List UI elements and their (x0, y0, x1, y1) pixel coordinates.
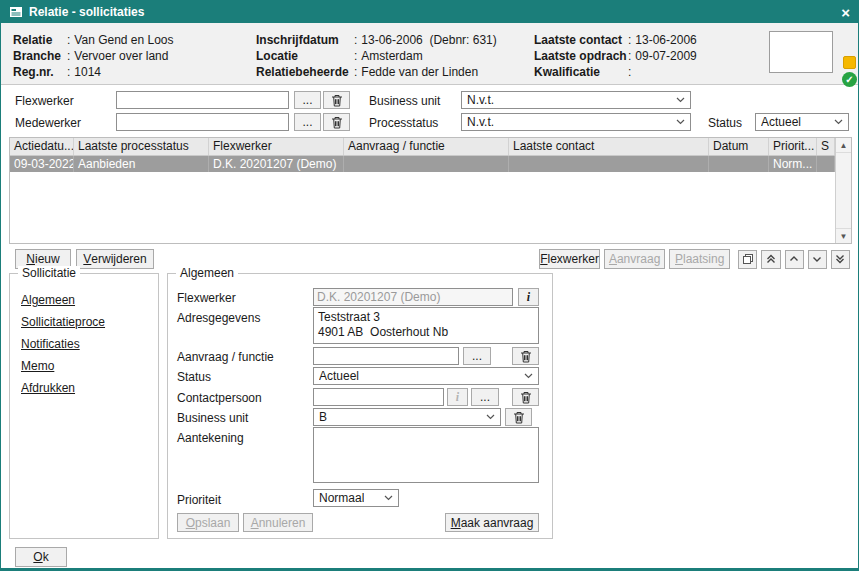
flexwerker-button[interactable]: Flexwerker (539, 249, 600, 269)
column-header[interactable]: Priorit... (769, 138, 817, 155)
field-value: Amsterdam (361, 48, 422, 64)
form-aanvraag-label: Aanvraag / functie (177, 350, 274, 365)
flexwerker-filter-input[interactable] (116, 91, 289, 109)
flexwerker-clear-button[interactable] (323, 91, 350, 109)
grid-header-row: Actiedatu... Laatste processtatus Flexwe… (10, 138, 835, 156)
contactpersoon-clear-button[interactable] (512, 388, 539, 406)
cell-processtatus: Aanbieden (74, 156, 209, 172)
nav-link-sollicitatieproces[interactable]: Sollicitatieproce (21, 315, 151, 329)
chevron-down-icon (676, 97, 685, 103)
adres-line2: 4901 AB Oosterhout Nb (318, 325, 534, 340)
nav-link-afdrukken[interactable]: Afdrukken (21, 381, 151, 395)
chevron-down-icon (676, 119, 685, 125)
scroll-first-button[interactable] (761, 250, 780, 269)
verwijderen-button[interactable]: Verwijderen (76, 249, 154, 269)
medewerker-filter-input[interactable] (116, 113, 289, 131)
close-icon[interactable]: × (841, 5, 850, 20)
form-status-select[interactable]: Actueel (313, 367, 539, 385)
aanvraag-button[interactable]: Aanvraag (604, 249, 665, 269)
field-value: 09-07-2009 (635, 48, 696, 64)
trash-icon (520, 350, 532, 363)
prioriteit-select[interactable]: Normaal (313, 489, 399, 507)
field-value: 1014 (74, 64, 101, 80)
business-unit-clear-button[interactable] (505, 408, 532, 426)
plaatsing-button[interactable]: Plaatsing (669, 249, 730, 269)
chevron-down-icon (834, 119, 843, 125)
relatie-sollicitaties-window: Relatie - sollicitaties × Relatie:Van Ge… (0, 0, 859, 571)
scroll-up-icon[interactable]: ▲ (836, 138, 851, 153)
aanvraag-browse-button[interactable]: ... (463, 347, 491, 365)
aantekening-textarea[interactable] (313, 427, 539, 483)
flexwerker-info-button[interactable]: i (518, 288, 539, 306)
grid-scrollbar[interactable]: ▲ ▼ (835, 138, 851, 243)
relation-info-col2: Inschrijfdatum:13-06-2006 (Debnr: 631) L… (256, 32, 497, 80)
field-label: Branche (13, 48, 65, 64)
nav-link-algemeen[interactable]: Algemeen (21, 293, 151, 307)
table-row[interactable]: 09-03-2022 Aanbieden D.K. 20201207 (Demo… (10, 156, 835, 172)
field-value: Vervoer over land (74, 48, 168, 64)
trash-icon (513, 411, 525, 424)
nav-link-notificaties[interactable]: Notificaties (21, 337, 151, 351)
groupbox-title: Algemeen (176, 266, 238, 280)
cell-datum (709, 156, 769, 172)
adres-line1: Teststraat 3 (318, 310, 534, 325)
nav-link-memo[interactable]: Memo (21, 359, 151, 373)
form-aanvraag-input[interactable] (313, 347, 459, 365)
field-label: Laatste opdrach (534, 48, 626, 64)
column-header[interactable]: Actiedatu... (10, 138, 74, 155)
scroll-next-button[interactable] (808, 250, 827, 269)
field-label: Kwalificatie (534, 64, 626, 80)
field-label: Relatie (13, 32, 65, 48)
relation-info-col3: Laatste contact:13-06-2006 Laatste opdra… (534, 32, 697, 80)
scroll-down-icon[interactable]: ▼ (836, 228, 851, 243)
chevron-down-icon (384, 495, 393, 501)
business-unit-filter-select[interactable]: N.v.t. (461, 91, 691, 109)
processtatus-filter-select[interactable]: N.v.t. (461, 113, 691, 131)
scroll-last-button[interactable] (831, 250, 850, 269)
sollicitaties-grid: Actiedatu... Laatste processtatus Flexwe… (9, 137, 852, 244)
form-flexwerker-label: Flexwerker (177, 291, 236, 306)
titlebar: Relatie - sollicitaties × (1, 1, 858, 23)
field-value: Van Gend en Loos (74, 32, 173, 48)
opslaan-button[interactable]: Opslaan (177, 513, 239, 532)
form-flexwerker-input (313, 288, 513, 306)
medewerker-filter-label: Medewerker (15, 116, 81, 131)
new-window-icon (742, 253, 754, 265)
column-header[interactable]: Laatste contact (509, 138, 709, 155)
processtatus-filter-label: Processtatus (369, 116, 438, 131)
contactpersoon-browse-button[interactable]: ... (471, 388, 499, 406)
sollicitatie-nav: Algemeen Sollicitatieproce Notificaties … (21, 293, 151, 403)
medewerker-clear-button[interactable] (323, 113, 350, 131)
cell-actiedatum: 09-03-2022 (10, 156, 74, 172)
chevron-down-icon (486, 414, 495, 420)
ok-button[interactable]: Ok (15, 547, 67, 567)
cell-aanvraag (344, 156, 509, 172)
aanvraag-clear-button[interactable] (512, 347, 539, 365)
open-in-new-window-button[interactable] (738, 250, 757, 269)
contactpersoon-info-button[interactable]: i (447, 388, 468, 406)
column-header[interactable]: Datum (709, 138, 769, 155)
scroll-prev-button[interactable] (785, 250, 804, 269)
chevron-up-icon (788, 253, 800, 265)
medewerker-browse-button[interactable]: ... (294, 113, 321, 131)
contactpersoon-input[interactable] (313, 388, 444, 406)
trash-icon (331, 116, 343, 129)
annuleren-button[interactable]: Annuleren (243, 513, 313, 532)
column-header[interactable]: S (817, 138, 835, 155)
column-header[interactable]: Laatste processtatus (74, 138, 209, 155)
form-status-label: Status (177, 370, 211, 385)
flexwerker-browse-button[interactable]: ... (294, 91, 321, 109)
status-filter-select[interactable]: Actueel (755, 113, 849, 131)
column-header[interactable]: Flexwerker (209, 138, 344, 155)
maak-aanvraag-button[interactable]: Maak aanvraag (445, 513, 539, 532)
note-indicator-icon (843, 56, 856, 69)
field-value: 13-06-2006 (Debnr: 631) (361, 32, 496, 48)
form-business-unit-select[interactable]: B (313, 408, 501, 426)
field-label: Relatiebeheerde (256, 64, 352, 80)
contactpersoon-label: Contactpersoon (177, 391, 262, 406)
chevron-down-icon (524, 373, 533, 379)
column-header[interactable]: Aanvraag / functie (344, 138, 509, 155)
groupbox-title: Sollicitatie (18, 266, 80, 280)
adresgegevens-label: Adresgegevens (177, 311, 260, 326)
cell-prioriteit: Norm... (769, 156, 817, 172)
